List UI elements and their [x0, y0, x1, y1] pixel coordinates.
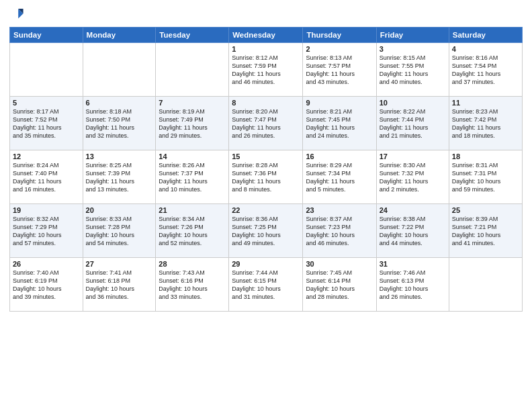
- calendar-cell: 29Sunrise: 7:44 AM Sunset: 6:15 PM Dayli…: [229, 258, 303, 312]
- day-number: 17: [380, 152, 446, 161]
- day-number: 20: [86, 206, 153, 214]
- day-number: 12: [13, 152, 80, 161]
- logo-icon: [9, 7, 24, 21]
- day-number: 6: [86, 99, 153, 107]
- day-info: Sunrise: 8:28 AM Sunset: 7:36 PM Dayligh…: [232, 161, 300, 194]
- day-info: Sunrise: 7:40 AM Sunset: 6:19 PM Dayligh…: [13, 269, 80, 302]
- day-number: 7: [159, 99, 226, 107]
- day-info: Sunrise: 8:25 AM Sunset: 7:39 PM Dayligh…: [86, 161, 153, 194]
- day-info: Sunrise: 8:39 AM Sunset: 7:21 PM Dayligh…: [452, 215, 519, 248]
- calendar-cell: 28Sunrise: 7:43 AM Sunset: 6:16 PM Dayli…: [156, 258, 229, 312]
- day-number: 24: [380, 206, 446, 214]
- calendar-cell: 22Sunrise: 8:36 AM Sunset: 7:25 PM Dayli…: [229, 204, 303, 258]
- day-number: 2: [306, 45, 373, 53]
- day-info: Sunrise: 8:24 AM Sunset: 7:40 PM Dayligh…: [13, 161, 80, 194]
- day-info: Sunrise: 8:18 AM Sunset: 7:50 PM Dayligh…: [86, 107, 153, 140]
- day-number: 1: [232, 45, 300, 53]
- calendar-cell: [449, 258, 522, 312]
- day-number: 21: [159, 206, 226, 214]
- day-info: Sunrise: 7:44 AM Sunset: 6:15 PM Dayligh…: [232, 269, 300, 302]
- day-number: 16: [306, 152, 373, 161]
- day-number: 27: [86, 260, 153, 268]
- day-info: Sunrise: 8:38 AM Sunset: 7:22 PM Dayligh…: [380, 215, 446, 248]
- weekday-header-tuesday: Tuesday: [156, 28, 229, 43]
- weekday-header-sunday: Sunday: [10, 28, 83, 43]
- day-info: Sunrise: 8:19 AM Sunset: 7:49 PM Dayligh…: [159, 107, 226, 140]
- day-info: Sunrise: 8:13 AM Sunset: 7:57 PM Dayligh…: [306, 54, 373, 87]
- day-info: Sunrise: 8:29 AM Sunset: 7:34 PM Dayligh…: [306, 161, 373, 194]
- day-number: 11: [452, 99, 519, 107]
- day-info: Sunrise: 8:15 AM Sunset: 7:55 PM Dayligh…: [380, 54, 446, 87]
- day-info: Sunrise: 8:21 AM Sunset: 7:45 PM Dayligh…: [306, 107, 373, 140]
- week-row-3: 12Sunrise: 8:24 AM Sunset: 7:40 PM Dayli…: [10, 150, 523, 204]
- calendar-cell: 8Sunrise: 8:20 AM Sunset: 7:47 PM Daylig…: [229, 97, 303, 150]
- calendar-cell: 10Sunrise: 8:22 AM Sunset: 7:44 PM Dayli…: [376, 97, 449, 150]
- calendar-cell: 14Sunrise: 8:26 AM Sunset: 7:37 PM Dayli…: [156, 150, 229, 204]
- day-number: 15: [232, 152, 300, 161]
- day-info: Sunrise: 8:30 AM Sunset: 7:32 PM Dayligh…: [380, 161, 446, 194]
- calendar-cell: [83, 43, 156, 97]
- calendar-cell: 26Sunrise: 7:40 AM Sunset: 6:19 PM Dayli…: [10, 258, 83, 312]
- day-info: Sunrise: 8:34 AM Sunset: 7:26 PM Dayligh…: [159, 215, 226, 248]
- day-number: 13: [86, 152, 153, 161]
- calendar-cell: 24Sunrise: 8:38 AM Sunset: 7:22 PM Dayli…: [376, 204, 449, 258]
- calendar-cell: 30Sunrise: 7:45 AM Sunset: 6:14 PM Dayli…: [303, 258, 376, 312]
- weekday-header-saturday: Saturday: [449, 28, 522, 43]
- day-info: Sunrise: 8:36 AM Sunset: 7:25 PM Dayligh…: [232, 215, 300, 248]
- calendar-cell: 4Sunrise: 8:16 AM Sunset: 7:54 PM Daylig…: [449, 43, 522, 97]
- calendar-cell: 12Sunrise: 8:24 AM Sunset: 7:40 PM Dayli…: [10, 150, 83, 204]
- calendar-cell: 17Sunrise: 8:30 AM Sunset: 7:32 PM Dayli…: [376, 150, 449, 204]
- day-info: Sunrise: 7:41 AM Sunset: 6:18 PM Dayligh…: [86, 269, 153, 302]
- calendar-cell: 21Sunrise: 8:34 AM Sunset: 7:26 PM Dayli…: [156, 204, 229, 258]
- day-info: Sunrise: 8:23 AM Sunset: 7:42 PM Dayligh…: [452, 107, 519, 140]
- calendar-cell: 15Sunrise: 8:28 AM Sunset: 7:36 PM Dayli…: [229, 150, 303, 204]
- calendar-cell: 9Sunrise: 8:21 AM Sunset: 7:45 PM Daylig…: [303, 97, 376, 150]
- week-row-1: 1Sunrise: 8:12 AM Sunset: 7:59 PM Daylig…: [10, 43, 523, 97]
- day-number: 18: [452, 152, 519, 161]
- calendar-cell: [10, 43, 83, 97]
- day-number: 3: [380, 45, 446, 53]
- day-number: 30: [306, 260, 373, 268]
- day-number: 28: [159, 260, 226, 268]
- day-number: 19: [13, 206, 80, 214]
- calendar-cell: 1Sunrise: 8:12 AM Sunset: 7:59 PM Daylig…: [229, 43, 303, 97]
- calendar-cell: 13Sunrise: 8:25 AM Sunset: 7:39 PM Dayli…: [83, 150, 156, 204]
- day-info: Sunrise: 8:12 AM Sunset: 7:59 PM Dayligh…: [232, 54, 300, 87]
- day-info: Sunrise: 8:33 AM Sunset: 7:28 PM Dayligh…: [86, 215, 153, 248]
- day-info: Sunrise: 8:32 AM Sunset: 7:29 PM Dayligh…: [13, 215, 80, 248]
- day-number: 22: [232, 206, 300, 214]
- day-info: Sunrise: 7:45 AM Sunset: 6:14 PM Dayligh…: [306, 269, 373, 302]
- day-info: Sunrise: 7:43 AM Sunset: 6:16 PM Dayligh…: [159, 269, 226, 302]
- day-info: Sunrise: 8:22 AM Sunset: 7:44 PM Dayligh…: [380, 107, 446, 140]
- calendar-cell: 3Sunrise: 8:15 AM Sunset: 7:55 PM Daylig…: [376, 43, 449, 97]
- day-number: 9: [306, 99, 373, 107]
- calendar-cell: [156, 43, 229, 97]
- weekday-header-row: SundayMondayTuesdayWednesdayThursdayFrid…: [10, 28, 523, 43]
- weekday-header-wednesday: Wednesday: [229, 28, 303, 43]
- calendar-cell: 20Sunrise: 8:33 AM Sunset: 7:28 PM Dayli…: [83, 204, 156, 258]
- calendar-cell: 2Sunrise: 8:13 AM Sunset: 7:57 PM Daylig…: [303, 43, 376, 97]
- calendar-cell: 19Sunrise: 8:32 AM Sunset: 7:29 PM Dayli…: [10, 204, 83, 258]
- calendar-table: SundayMondayTuesdayWednesdayThursdayFrid…: [9, 27, 523, 312]
- weekday-header-monday: Monday: [83, 28, 156, 43]
- page: SundayMondayTuesdayWednesdayThursdayFrid…: [0, 0, 532, 411]
- week-row-5: 26Sunrise: 7:40 AM Sunset: 6:19 PM Dayli…: [10, 258, 523, 312]
- calendar-cell: 18Sunrise: 8:31 AM Sunset: 7:31 PM Dayli…: [449, 150, 522, 204]
- weekday-header-friday: Friday: [376, 28, 449, 43]
- calendar-cell: 23Sunrise: 8:37 AM Sunset: 7:23 PM Dayli…: [303, 204, 376, 258]
- day-info: Sunrise: 8:20 AM Sunset: 7:47 PM Dayligh…: [232, 107, 300, 140]
- day-number: 23: [306, 206, 373, 214]
- day-number: 8: [232, 99, 300, 107]
- calendar-cell: 31Sunrise: 7:46 AM Sunset: 6:13 PM Dayli…: [376, 258, 449, 312]
- day-info: Sunrise: 8:37 AM Sunset: 7:23 PM Dayligh…: [306, 215, 373, 248]
- day-number: 25: [452, 206, 519, 214]
- day-info: Sunrise: 7:46 AM Sunset: 6:13 PM Dayligh…: [380, 269, 446, 302]
- week-row-2: 5Sunrise: 8:17 AM Sunset: 7:52 PM Daylig…: [10, 97, 523, 150]
- day-info: Sunrise: 8:26 AM Sunset: 7:37 PM Dayligh…: [159, 161, 226, 194]
- weekday-header-thursday: Thursday: [303, 28, 376, 43]
- calendar-cell: 27Sunrise: 7:41 AM Sunset: 6:18 PM Dayli…: [83, 258, 156, 312]
- day-number: 14: [159, 152, 226, 161]
- calendar-cell: 5Sunrise: 8:17 AM Sunset: 7:52 PM Daylig…: [10, 97, 83, 150]
- day-info: Sunrise: 8:16 AM Sunset: 7:54 PM Dayligh…: [452, 54, 519, 87]
- logo: [9, 7, 26, 21]
